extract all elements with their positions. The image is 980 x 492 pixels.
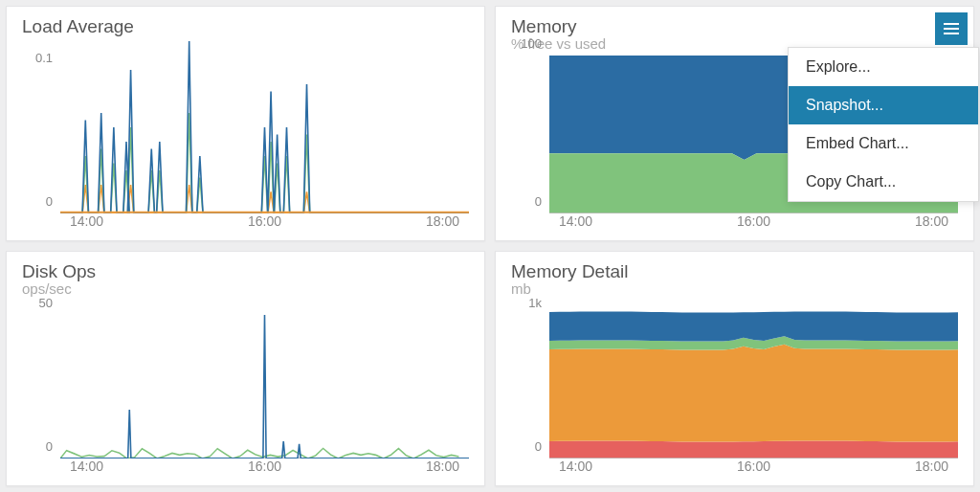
x-tick: 14:00 bbox=[559, 213, 592, 229]
chart-subtitle: mb bbox=[511, 280, 958, 297]
card-memory: Memory % free vs used Explore...Snapshot… bbox=[495, 6, 974, 241]
chart-memory-detail: 01k 14:0016:0018:00 bbox=[511, 301, 958, 480]
chart-title: Load Average bbox=[22, 16, 469, 37]
chart-load-average: 00.1 14:0016:0018:00 bbox=[22, 41, 469, 235]
chart-subtitle: ops/sec bbox=[22, 280, 469, 297]
x-tick: 16:00 bbox=[248, 458, 281, 474]
y-tick: 50 bbox=[39, 295, 53, 309]
y-tick: 0 bbox=[46, 193, 53, 208]
card-load-average: Load Average 00.1 14:0016:0018:00 bbox=[6, 6, 485, 241]
menu-item-copy-chart[interactable]: Copy Chart... bbox=[789, 163, 978, 201]
x-tick: 16:00 bbox=[737, 213, 770, 229]
x-tick: 18:00 bbox=[915, 213, 948, 229]
chart-title: Memory Detail bbox=[511, 261, 958, 282]
y-tick: 1k bbox=[528, 295, 542, 309]
chart-title: Disk Ops bbox=[22, 261, 469, 282]
x-tick: 18:00 bbox=[915, 458, 948, 474]
y-tick: 0 bbox=[535, 438, 542, 453]
menu-item-snapshot[interactable]: Snapshot... bbox=[789, 86, 978, 124]
chart-menu-button[interactable] bbox=[935, 12, 968, 45]
chart-disk-ops: 050 14:0016:0018:00 bbox=[22, 301, 469, 480]
card-memory-detail: Memory Detail mb 01k 14:0016:0018:00 bbox=[495, 251, 974, 486]
y-tick: 0 bbox=[535, 193, 542, 208]
chart-title: Memory bbox=[511, 16, 958, 37]
y-tick: 0.1 bbox=[35, 50, 53, 64]
x-tick: 16:00 bbox=[248, 213, 281, 229]
x-tick: 18:00 bbox=[426, 458, 459, 474]
hamburger-icon bbox=[944, 23, 959, 34]
card-disk-ops: Disk Ops ops/sec 050 14:0016:0018:00 bbox=[6, 251, 485, 486]
chart-menu-dropdown: Explore...Snapshot...Embed Chart...Copy … bbox=[788, 47, 979, 202]
menu-item-embed-chart[interactable]: Embed Chart... bbox=[789, 124, 978, 163]
y-tick: 0 bbox=[46, 438, 53, 453]
y-tick: 100 bbox=[521, 35, 542, 50]
x-tick: 14:00 bbox=[559, 458, 592, 474]
x-tick: 18:00 bbox=[426, 213, 459, 229]
menu-item-explore[interactable]: Explore... bbox=[789, 48, 978, 86]
x-tick: 16:00 bbox=[737, 458, 770, 474]
x-tick: 14:00 bbox=[70, 458, 103, 474]
x-tick: 14:00 bbox=[70, 213, 103, 229]
